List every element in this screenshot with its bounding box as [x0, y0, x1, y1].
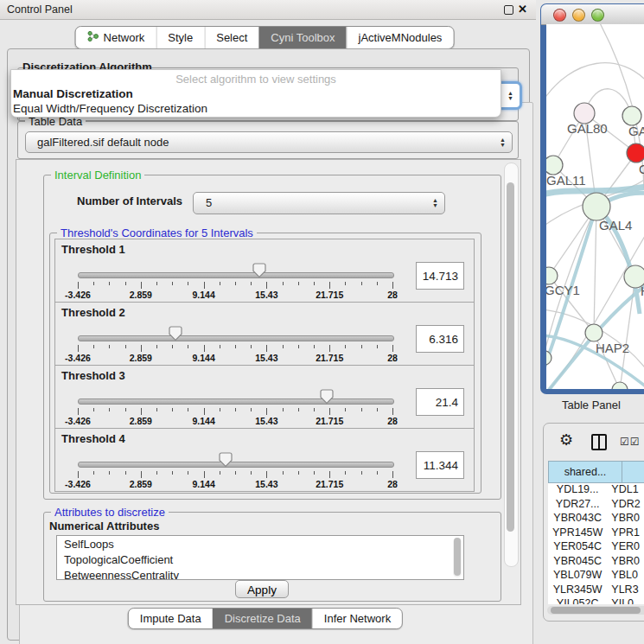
tick-mark: [156, 471, 157, 475]
table-data-groupbox: Table Data galFiltered.sif default node …: [17, 121, 519, 159]
network-node-ga[interactable]: [622, 106, 641, 125]
tick-label: 15.43: [255, 290, 277, 300]
tick-mark: [78, 282, 79, 289]
table-row[interactable]: YDL19...YDL1: [548, 483, 644, 498]
network-node-gal11[interactable]: [546, 156, 563, 175]
tick-label: -3.426: [65, 353, 91, 363]
slider-thumb[interactable]: [252, 263, 266, 278]
threshold-list: Threshold 1-3.4262.8599.14415.4321.71528…: [54, 239, 475, 492]
network-node-gal4[interactable]: [583, 193, 610, 220]
scrollbar-thumb[interactable]: [507, 182, 514, 532]
dropdown-option-manual-discretization[interactable]: Manual Discretization: [11, 87, 501, 102]
tick-label: 2.859: [130, 416, 152, 426]
threshold-value-field[interactable]: 11.344: [416, 451, 464, 479]
tick-label: 2.859: [130, 479, 152, 489]
tab-cyni-toolbox[interactable]: Cyni Toolbox: [258, 27, 346, 48]
tab-jactivemnodules[interactable]: jActiveMNodules: [347, 27, 454, 48]
columns-icon[interactable]: [591, 434, 607, 450]
network-window-titlebar: [541, 4, 644, 25]
node-label: H: [641, 284, 644, 298]
apply-button[interactable]: Apply: [235, 580, 289, 598]
tick-label: 15.43: [255, 479, 277, 489]
close-icon[interactable]: ✕: [518, 3, 527, 16]
checkbox-icons[interactable]: ☑☑: [620, 436, 641, 448]
threshold-value-field[interactable]: 6.316: [416, 325, 464, 353]
numerical-attributes-list[interactable]: SelfLoopsTopologicalCoefficientBetweenne…: [56, 535, 464, 580]
table-row[interactable]: YBR043CYBR0: [548, 512, 644, 526]
tick-mark: [283, 408, 284, 411]
network-node-hap2[interactable]: [585, 324, 603, 341]
tick-mark: [361, 282, 362, 285]
tab-network[interactable]: Network: [76, 27, 156, 48]
threshold-coords-title: Threshold's Coordinates for 5 Intervals: [57, 226, 257, 239]
tick-mark: [251, 282, 252, 285]
table-row[interactable]: YPR145WYPR1: [548, 526, 644, 541]
tick-mark: [345, 408, 346, 411]
network-node-node-bottom[interactable]: [612, 382, 628, 389]
column-header-shared[interactable]: shared...: [548, 461, 622, 483]
attributes-list-scrollbar[interactable]: [453, 538, 462, 577]
main-scrollbar[interactable]: [504, 163, 519, 567]
minimize-traffic-light[interactable]: [572, 9, 585, 22]
dropdown-option-equal-width-frequency[interactable]: Equal Width/Frequency Discretization: [11, 102, 501, 117]
network-graph: GAL80GACGAL11GAL4GCY1HHAP2: [546, 24, 644, 389]
zoom-traffic-light[interactable]: [591, 9, 604, 22]
table-row[interactable]: YLR345WYLR3: [548, 583, 644, 598]
cell-name: YDL1: [607, 483, 644, 498]
tab-select[interactable]: Select: [204, 27, 258, 48]
table-data-combobox[interactable]: galFiltered.sif default node ▲▼: [25, 131, 513, 153]
number-of-intervals-spinner[interactable]: 5 ▲▼: [193, 192, 445, 214]
slider-thumb[interactable]: [219, 452, 233, 468]
tick-mark: [266, 408, 267, 415]
slider-thumb[interactable]: [169, 326, 182, 341]
network-canvas[interactable]: GAL80GACGAL11GAL4GCY1HHAP2: [546, 24, 644, 389]
network-node-c[interactable]: [627, 143, 644, 163]
table-horizontal-scrollbar[interactable]: [547, 606, 644, 615]
tick-mark: [298, 408, 299, 411]
close-traffic-light[interactable]: [553, 9, 566, 22]
tick-label: -3.426: [65, 479, 91, 489]
table-row[interactable]: YBR045CYBR0: [548, 555, 644, 570]
float-panel-icon[interactable]: [504, 5, 513, 15]
cell-name: YDR2: [607, 498, 644, 513]
threshold-panel-1: Threshold 1-3.4262.8599.14415.4321.71528…: [54, 239, 475, 303]
tick-label: 9.144: [192, 353, 214, 363]
bottom-tab-bar: Impute DataDiscretize DataInfer Network: [128, 608, 403, 629]
tick-mark: [314, 282, 315, 285]
tick-mark: [78, 408, 79, 415]
table-row[interactable]: YBL079WYBL0: [548, 569, 644, 583]
table-row[interactable]: YDR27...YDR2: [548, 498, 644, 513]
gear-icon[interactable]: ⚙: [559, 430, 573, 450]
cell-shared-name: YLR345W: [548, 583, 607, 598]
slider-thumb[interactable]: [320, 389, 334, 405]
scrollbar-thumb[interactable]: [551, 607, 641, 614]
tab-discretize-data[interactable]: Discretize Data: [213, 609, 312, 628]
tick-mark: [125, 345, 126, 348]
tick-mark: [125, 471, 126, 475]
tab-style[interactable]: Style: [156, 27, 204, 48]
attribute-item-topologicalcoefficient[interactable]: TopologicalCoefficient: [57, 552, 463, 567]
tick-mark: [377, 282, 378, 285]
tick-mark: [204, 282, 205, 289]
cell-name: YIL0: [607, 597, 644, 604]
column-header-na[interactable]: na: [622, 461, 644, 483]
threshold-value-field[interactable]: 14.713: [416, 262, 464, 290]
tick-mark: [298, 345, 299, 348]
tick-mark: [188, 408, 188, 411]
network-node-gcy1[interactable]: [546, 267, 558, 284]
node-label: HAP2: [596, 341, 629, 355]
tick-mark: [235, 282, 236, 285]
tick-mark: [188, 471, 188, 475]
table-row[interactable]: YER054CYER0: [548, 540, 644, 555]
cell-shared-name: YER054C: [548, 540, 607, 555]
interval-definition-title: Interval Definition: [51, 169, 144, 182]
tab-infer-network[interactable]: Infer Network: [312, 609, 402, 628]
tick-mark: [345, 282, 346, 285]
tab-impute-data[interactable]: Impute Data: [129, 609, 213, 628]
threshold-value-field[interactable]: 21.4: [416, 388, 464, 416]
scrollbar-thumb[interactable]: [454, 538, 461, 576]
attribute-item-betweennesscentrality[interactable]: BetweennessCentrality: [57, 567, 463, 580]
attribute-item-selfloops[interactable]: SelfLoops: [57, 536, 463, 552]
tick-mark: [392, 408, 393, 415]
table-row[interactable]: YIL052CYIL0: [548, 597, 644, 604]
